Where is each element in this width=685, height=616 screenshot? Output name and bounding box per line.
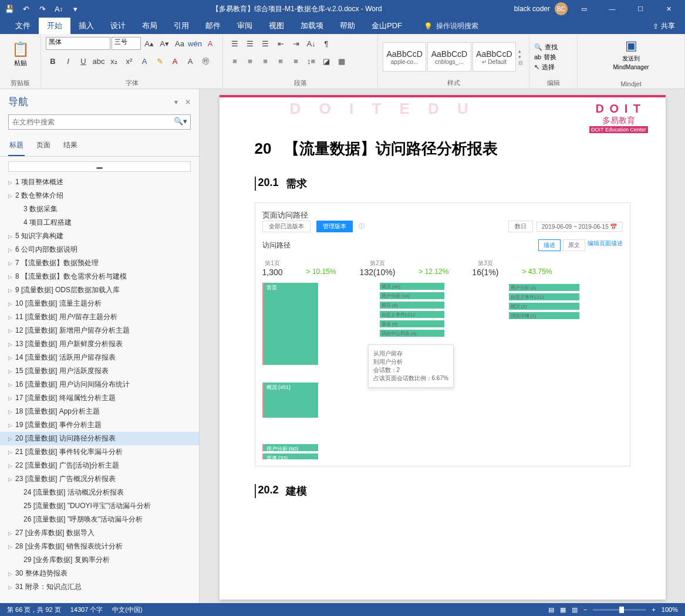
chevron-right-icon[interactable]: ▷ <box>8 193 15 199</box>
status-words[interactable]: 14307 个字 <box>70 605 103 614</box>
tree-item[interactable]: 4 项目工程搭建 <box>0 216 199 229</box>
sankey-node[interactable]: 消息详情 (1) <box>509 312 579 319</box>
tree-item[interactable]: ▷17 [流量数据] 终端属性分析主题 <box>0 391 199 405</box>
sankey-node[interactable]: 消息中心列表 (4) <box>380 330 444 337</box>
numbering-icon[interactable]: ☰ <box>243 36 257 50</box>
sankey-node[interactable]: 概况 (2) <box>509 303 579 310</box>
tab-file[interactable]: 文件 <box>7 18 39 34</box>
borders-icon[interactable]: ▦ <box>335 54 349 68</box>
view-web-icon[interactable]: ▥ <box>572 606 578 614</box>
chevron-right-icon[interactable]: ▷ <box>8 260 15 266</box>
align-center-icon[interactable]: ≡ <box>243 54 257 68</box>
styles-up-icon[interactable]: ▴ <box>518 48 523 54</box>
view-read-icon[interactable]: ▤ <box>548 606 554 614</box>
justify-icon[interactable]: ≡ <box>274 54 288 68</box>
multilevel-icon[interactable]: ☰ <box>258 36 272 50</box>
ribbon-options-icon[interactable]: ▭ <box>572 0 596 18</box>
tree-item[interactable]: ▷10 [流量数据] 流量主题分析 <box>0 297 199 310</box>
tree-item[interactable]: ▷13 [流量数据] 用户新鲜度分析报表 <box>0 337 199 351</box>
tree-item[interactable]: 25 [流量数据] "DUOYI寻宝"活动漏斗分析 <box>0 499 199 513</box>
edit-desc-link[interactable]: 编辑页面描述 <box>588 239 623 251</box>
tab-kingsoft[interactable]: 金山PDF <box>363 18 410 34</box>
chevron-right-icon[interactable]: ▷ <box>8 355 15 361</box>
save-icon[interactable]: 💾 <box>5 4 14 13</box>
sankey-node[interactable]: 首页 <box>262 283 318 365</box>
increase-indent-icon[interactable]: ⇥ <box>289 36 303 50</box>
style-chip[interactable]: AaBbCcDapple-co... <box>383 42 426 72</box>
sankey-node[interactable]: 概况 (80) <box>380 283 444 290</box>
tree-item[interactable]: ▷2 数仓整体介绍 <box>0 189 199 202</box>
sankey-node[interactable]: 自定义事件1212 <box>380 311 444 318</box>
sort-icon[interactable]: A↓ <box>304 36 318 50</box>
tree-item[interactable]: ▷7 【流量数据】数据预处理 <box>0 256 199 270</box>
tree-item[interactable]: ▷21 [流量数据] 事件转化率漏斗分析 <box>0 445 199 459</box>
nav-tab-results[interactable]: 结果 <box>62 137 79 156</box>
tree-item[interactable]: ▷27 [业务库数据] 数据导入 <box>0 526 199 540</box>
zoom-level[interactable]: 100% <box>662 606 678 613</box>
sankey-node[interactable]: 用户分析 (60) <box>262 444 318 451</box>
tree-item[interactable]: ▷22 [流量数据] 广告[活动]分析主题 <box>0 459 199 472</box>
tab-help[interactable]: 帮助 <box>332 18 363 34</box>
subscript-icon[interactable]: x₂ <box>107 54 121 68</box>
tree-item[interactable]: ▷19 [流量数据] 事件分析主题 <box>0 418 199 432</box>
nav-tab-pages[interactable]: 页面 <box>35 137 52 156</box>
share-button[interactable]: ⇪ 共享 <box>650 18 678 34</box>
strikethrough-icon[interactable]: abc <box>92 54 106 68</box>
tree-item[interactable]: ▷15 [流量数据] 用户活跃度报表 <box>0 364 199 378</box>
info-icon[interactable]: ⓘ <box>359 222 365 231</box>
chevron-right-icon[interactable]: ▷ <box>8 571 15 577</box>
manage-version-button[interactable]: 管理版本 <box>316 221 353 232</box>
show-marks-icon[interactable]: ¶ <box>319 36 333 50</box>
sankey-node[interactable]: 概况 (451) <box>262 383 318 418</box>
grow-font-icon[interactable]: A▴ <box>142 36 156 50</box>
nav-collapse-bar[interactable]: ▬ <box>8 161 191 172</box>
close-icon[interactable]: ✕ <box>657 0 680 18</box>
sankey-node[interactable]: 自定义事件1212 <box>509 293 579 300</box>
tell-me[interactable]: 💡 操作说明搜索 <box>421 18 481 34</box>
tree-item[interactable]: ▷23 [流量数据] 广告概况分析报表 <box>0 472 199 486</box>
tree-item[interactable]: ▷30 整体趋势报表 <box>0 567 199 580</box>
tree-item[interactable]: 26 [流量数据] "呼朋唤友"活动漏斗分析 <box>0 513 199 526</box>
tree-item[interactable]: 29 [业务库数据] 复购率分析 <box>0 553 199 567</box>
mindmanager-button[interactable]: ▣ 发送到 MindManager <box>620 36 642 72</box>
text-effects-icon[interactable]: A <box>137 54 151 68</box>
search-input[interactable] <box>8 114 191 130</box>
chevron-right-icon[interactable]: ▷ <box>8 247 15 253</box>
font-qat-icon[interactable]: A↕ <box>54 4 63 13</box>
style-chip[interactable]: AaBbCcD↵ Default <box>473 42 516 72</box>
tree-item[interactable]: ▷9 [流量数据] ODS层数据加载入库 <box>0 283 199 297</box>
tree-item[interactable]: ▷28 [业务库数据] 销售报表统计分析 <box>0 540 199 553</box>
chevron-right-icon[interactable]: ▷ <box>8 180 15 185</box>
tab-design[interactable]: 设计 <box>102 18 134 34</box>
styles-down-icon[interactable]: ▾ <box>518 54 523 60</box>
view-print-icon[interactable]: ▦ <box>560 606 566 614</box>
sankey-node[interactable]: 用户分析 (4) <box>509 284 579 291</box>
chevron-right-icon[interactable]: ▷ <box>8 287 15 293</box>
range-button[interactable]: 数日 <box>508 221 533 232</box>
tab-addins[interactable]: 加载项 <box>292 18 332 34</box>
tree-item[interactable]: ▷16 [流量数据] 用户访问间隔分布统计 <box>0 378 199 391</box>
tree-item[interactable]: ▷11 [流量数据] 用户/留存主题分析 <box>0 310 199 324</box>
sankey-node[interactable]: 用户分析 (16) <box>380 292 444 299</box>
document-area[interactable]: D O I T E D U D O I T 多易教育 DOIT Educatio… <box>200 89 685 603</box>
find-button[interactable]: 🔍查找 <box>534 43 558 52</box>
nav-tab-headings[interactable]: 标题 <box>8 137 25 156</box>
tree-item[interactable]: ▷12 [流量数据] 新增用户留存分析主题 <box>0 324 199 337</box>
chevron-right-icon[interactable]: ▷ <box>8 341 15 347</box>
tree-item[interactable]: ▷1 项目整体概述 <box>0 175 199 189</box>
redo-icon[interactable]: ↷ <box>38 4 47 13</box>
tab-view[interactable]: 视图 <box>261 18 292 34</box>
enclose-char-icon[interactable]: ㊕ <box>198 54 212 68</box>
line-spacing-icon[interactable]: ↕≡ <box>304 54 318 68</box>
chevron-right-icon[interactable]: ▷ <box>8 328 15 334</box>
italic-icon[interactable]: I <box>61 54 75 68</box>
bullets-icon[interactable]: ☰ <box>228 36 242 50</box>
chevron-right-icon[interactable]: ▷ <box>8 274 15 280</box>
tab-mailings[interactable]: 邮件 <box>197 18 229 34</box>
undo-icon[interactable]: ↶ <box>21 4 31 13</box>
bold-icon[interactable]: B <box>46 54 60 68</box>
chevron-right-icon[interactable]: ▷ <box>8 422 15 428</box>
tree-item[interactable]: ▷18 [流量数据] App分析主题 <box>0 405 199 418</box>
chevron-right-icon[interactable]: ▷ <box>8 314 15 320</box>
font-size-select[interactable]: 三号 <box>112 37 141 50</box>
